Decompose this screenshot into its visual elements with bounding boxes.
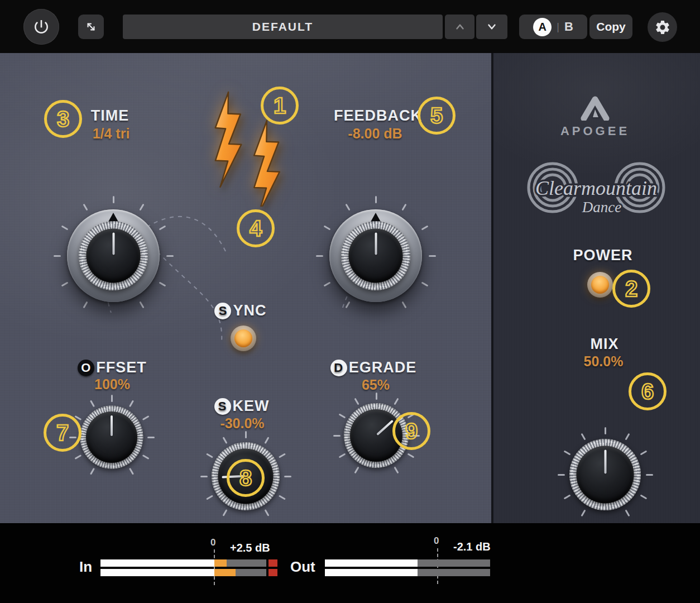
out-meter-readout: -2.1 dB — [453, 540, 491, 553]
out-meter-bar-left — [325, 559, 490, 567]
annotation-7: 7 — [44, 414, 81, 452]
annotation-2: 2 — [612, 270, 650, 308]
annotation-5: 5 — [418, 97, 456, 135]
skew-badge: S — [214, 398, 231, 415]
clearmountain-dance-logo: Clearmountain Dance — [521, 152, 672, 227]
out-meter-label: Out — [290, 558, 315, 576]
resize-button[interactable] — [78, 15, 104, 39]
in-meter-zero: 0 — [210, 537, 215, 548]
in-meter-label: In — [79, 558, 92, 576]
offset-label: O FFSET — [28, 359, 196, 376]
in-meter-readout: +2.5 dB — [230, 542, 270, 554]
power-led-on — [591, 276, 609, 294]
plugin-window: DEFAULT A | B Copy — [0, 0, 700, 603]
skew-value: -30.0% — [159, 415, 326, 432]
knob-pointer — [111, 415, 113, 436]
preset-next-button[interactable] — [476, 15, 507, 39]
knob-pointer — [376, 420, 394, 436]
mix-label: MIX — [521, 336, 688, 353]
sync-badge: S — [214, 303, 231, 319]
sync-led-button[interactable] — [231, 326, 256, 351]
ab-state-a[interactable]: A — [533, 18, 552, 36]
resize-diagonal-icon — [84, 20, 98, 34]
preset-name: DEFAULT — [252, 20, 313, 34]
degrade-badge: D — [330, 360, 347, 376]
ab-compare-toggle[interactable]: A | B — [519, 15, 587, 39]
ab-separator: | — [557, 21, 559, 33]
out-meter-bar-right — [325, 569, 490, 576]
annotation-3: 3 — [44, 100, 82, 138]
annotation-9: 9 — [392, 412, 430, 450]
in-meter-bar-right — [100, 569, 277, 576]
gear-icon — [654, 19, 671, 36]
copy-button[interactable]: Copy — [589, 15, 632, 39]
power-label: POWER — [519, 247, 687, 264]
skew-label: S KEW — [158, 398, 325, 415]
annotation-8: 8 — [227, 459, 265, 497]
mix-value: 50.0% — [520, 353, 687, 370]
preset-selector[interactable]: DEFAULT — [123, 15, 443, 39]
meter-bar: In 0 +2.5 dB Out 0 -2.1 dB — [0, 523, 700, 603]
apogee-wordmark: APOGEE — [511, 124, 679, 138]
apogee-logo-icon — [579, 94, 611, 121]
annotation-4: 4 — [237, 209, 275, 247]
settings-button[interactable] — [648, 12, 677, 42]
power-led-button[interactable] — [587, 272, 613, 298]
knob-pointer — [112, 233, 114, 255]
offset-badge: O — [78, 360, 94, 376]
knob-pointer — [604, 450, 606, 474]
degrade-value: 65% — [292, 377, 459, 393]
copy-label: Copy — [596, 20, 626, 34]
bypass-power-button[interactable] — [23, 9, 59, 45]
ab-state-b[interactable]: B — [564, 20, 573, 34]
out-meter-zero: 0 — [434, 535, 439, 547]
in-meter-bar-left — [100, 559, 277, 567]
svg-text:Clearmountain: Clearmountain — [535, 177, 657, 199]
preset-previous-button[interactable] — [445, 15, 474, 39]
svg-text:Dance: Dance — [582, 199, 621, 216]
in-meter-zero-line — [214, 549, 215, 585]
offset-value: 100% — [28, 376, 196, 393]
chevron-down-icon — [485, 20, 499, 34]
sync-label: S YNC — [157, 302, 324, 319]
annotation-1: 1 — [261, 87, 299, 125]
degrade-label: D EGRADE — [290, 359, 457, 376]
power-icon — [32, 18, 50, 36]
title-bar: DEFAULT A | B Copy — [0, 0, 700, 53]
chevron-up-icon — [453, 20, 467, 34]
annotation-6: 6 — [629, 372, 667, 410]
sync-led-on — [234, 329, 252, 347]
knob-pointer — [375, 233, 377, 255]
